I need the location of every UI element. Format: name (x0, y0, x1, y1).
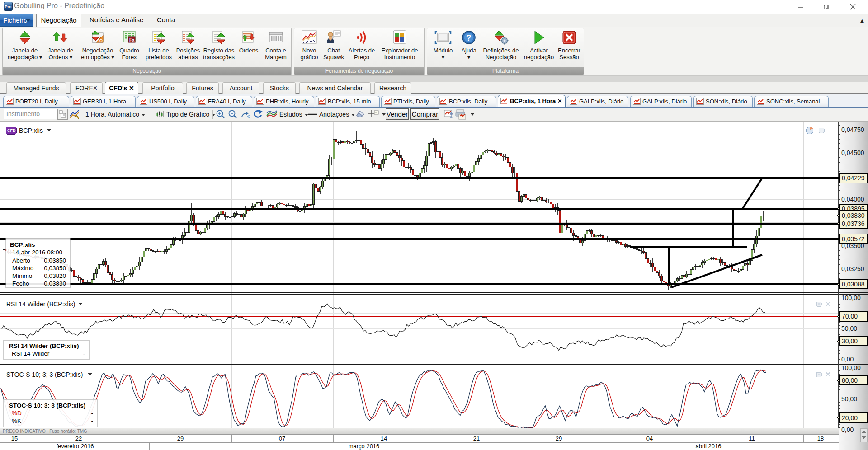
svg-text:?: ? (466, 33, 472, 42)
svg-text:-: - (91, 410, 94, 417)
svg-text:50,00: 50,00 (841, 395, 857, 403)
svg-text:07: 07 (279, 435, 285, 442)
svg-text:-: - (91, 417, 94, 424)
svg-text:0,04000: 0,04000 (841, 196, 864, 203)
svg-text:STOC-S 10; 3; 3 (BCP:xlis): STOC-S 10; 3; 3 (BCP:xlis) (6, 371, 83, 378)
svg-text:0,03850: 0,03850 (44, 265, 66, 272)
svg-text:22: 22 (75, 435, 82, 442)
svg-text:100,00: 100,00 (841, 364, 861, 371)
svg-text:O: O (99, 38, 103, 43)
svg-text:Aberto: Aberto (12, 257, 30, 264)
svg-text:0,03088: 0,03088 (842, 281, 865, 288)
svg-text:0,00: 0,00 (841, 356, 854, 363)
svg-text:15: 15 (11, 435, 18, 442)
svg-text:RSI 14 Wilder (BCP:xlis): RSI 14 Wilder (BCP:xlis) (6, 300, 75, 308)
svg-text:100,00: 100,00 (841, 294, 861, 301)
svg-text:18: 18 (817, 435, 824, 442)
svg-text:%D: %D (12, 410, 22, 417)
svg-text:BCP:xlis: BCP:xlis (10, 241, 35, 248)
svg-text:04: 04 (646, 435, 653, 442)
svg-text:PREÇO INDICATIVO Fuso horári: PREÇO INDICATIVO Fuso horário: TMG (3, 429, 87, 434)
svg-text:21: 21 (473, 435, 480, 442)
svg-text:0,03850: 0,03850 (44, 257, 66, 264)
svg-text:março 2016: março 2016 (349, 443, 380, 450)
svg-text:abril 2016: abril 2016 (695, 443, 721, 450)
svg-text:20,00: 20,00 (842, 414, 858, 422)
svg-text:-: - (83, 350, 85, 357)
svg-text:0,03820: 0,03820 (44, 272, 66, 279)
svg-text:RSI 14 Wilder: RSI 14 Wilder (12, 350, 50, 357)
svg-text:11: 11 (749, 435, 755, 442)
svg-text:14: 14 (381, 435, 387, 442)
svg-text:0,04750: 0,04750 (841, 126, 864, 133)
svg-text:0,03830: 0,03830 (44, 280, 66, 287)
svg-text:BCP:xlis: BCP:xlis (19, 127, 43, 134)
svg-text:Mínimo: Mínimo (12, 272, 32, 279)
svg-text:0,04229: 0,04229 (842, 174, 865, 182)
svg-text:0,04500: 0,04500 (841, 149, 864, 156)
svg-text:STOC-S 10; 3; 3 (BCP:xlis): STOC-S 10; 3; 3 (BCP:xlis) (9, 402, 85, 409)
svg-text:RSI 14 Wilder (BCP:xlis): RSI 14 Wilder (BCP:xlis) (9, 342, 79, 349)
svg-text:CFD: CFD (7, 128, 16, 133)
svg-text:0,03736: 0,03736 (842, 220, 865, 227)
svg-text:0,00: 0,00 (841, 426, 854, 433)
svg-text:0,03830: 0,03830 (842, 212, 865, 219)
svg-text:Fecho: Fecho (12, 280, 29, 287)
svg-text:Máximo: Máximo (12, 265, 33, 272)
svg-text:70,00: 70,00 (842, 313, 858, 320)
svg-text:30,00: 30,00 (842, 338, 858, 345)
svg-text:29: 29 (556, 435, 562, 442)
svg-text:80,00: 80,00 (842, 377, 858, 384)
svg-text:29: 29 (177, 435, 184, 442)
svg-text:0,03250: 0,03250 (841, 265, 864, 272)
svg-text:Fx: Fx (129, 38, 135, 42)
svg-text:14-abr-2016 08:00: 14-abr-2016 08:00 (12, 249, 62, 256)
svg-text:50,00: 50,00 (841, 325, 857, 332)
svg-text:fevereiro 2016: fevereiro 2016 (56, 443, 94, 450)
svg-text:%K: %K (12, 417, 21, 424)
svg-text:0,03572: 0,03572 (842, 235, 865, 243)
